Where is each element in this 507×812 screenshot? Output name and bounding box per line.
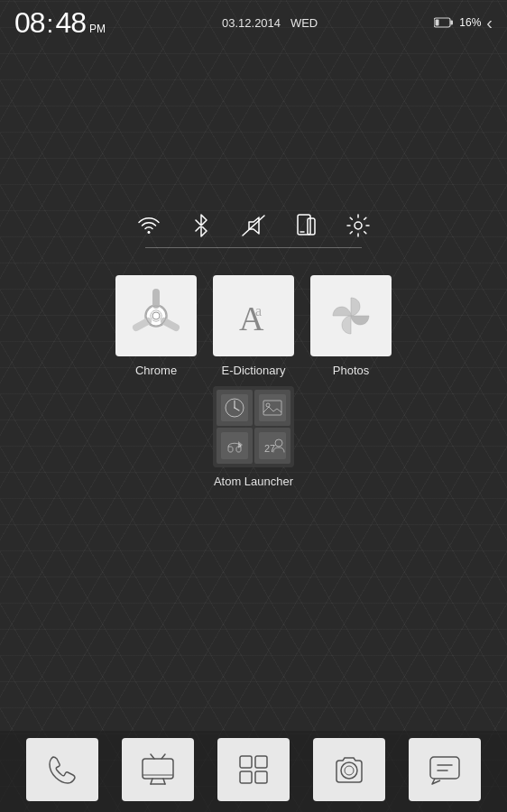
chrome-icon-box — [115, 275, 197, 356]
date-display: 03.12.2014 WED — [222, 16, 318, 30]
back-icon[interactable]: ‹ — [486, 13, 493, 33]
time-ampm: PM — [89, 23, 106, 35]
svg-rect-45 — [430, 757, 459, 779]
apps-grid-icon — [238, 754, 269, 785]
phone-icon — [46, 753, 78, 786]
chrome-icon — [129, 289, 183, 343]
photos-label: Photos — [333, 364, 369, 377]
svg-line-14 — [164, 321, 176, 328]
folder-mini-clock — [217, 390, 253, 426]
dock-tv[interactable] — [122, 738, 194, 801]
svg-rect-27 — [221, 432, 248, 459]
chrome-app[interactable]: Chrome — [115, 275, 197, 377]
app-row-2: 27 Atom Launcher — [54, 386, 453, 488]
folder-icon-box: 27 — [213, 386, 294, 467]
status-right: 16% ‹ — [434, 13, 493, 33]
photos-icon — [324, 289, 378, 343]
time-hour: 08 — [14, 6, 45, 40]
svg-rect-6 — [308, 218, 315, 235]
bottom-dock — [0, 731, 507, 812]
tv-icon — [140, 753, 176, 786]
device-toggle[interactable] — [293, 213, 318, 238]
svg-rect-41 — [240, 771, 252, 783]
settings-toggle[interactable] — [346, 213, 371, 238]
svg-point-44 — [345, 766, 354, 775]
dock-phone[interactable] — [26, 738, 98, 801]
quick-settings-bar — [0, 198, 507, 247]
folder-mini-music — [217, 428, 253, 464]
messages-icon — [428, 754, 462, 785]
svg-line-13 — [136, 321, 148, 328]
edictionary-app[interactable]: A a E-Dictionary — [213, 275, 294, 377]
svg-line-35 — [163, 779, 165, 784]
svg-rect-2 — [436, 20, 439, 26]
photos-icon-box — [310, 275, 392, 356]
battery-icon — [434, 17, 454, 28]
atom-launcher-folder[interactable]: 27 Atom Launcher — [213, 386, 294, 488]
battery-percent: 16% — [459, 16, 481, 29]
edictionary-icon: A a — [226, 289, 281, 343]
folder-mini-image — [254, 390, 290, 426]
svg-point-17 — [152, 312, 160, 319]
dock-messages[interactable] — [409, 738, 481, 801]
edictionary-icon-box: A a — [213, 275, 294, 356]
svg-text:a: a — [255, 303, 262, 318]
svg-line-34 — [151, 779, 152, 784]
svg-point-3 — [148, 231, 151, 234]
svg-rect-42 — [255, 771, 267, 783]
wifi-toggle[interactable] — [136, 213, 161, 238]
atom-launcher-label: Atom Launcher — [214, 475, 293, 488]
svg-rect-1 — [451, 21, 454, 25]
bluetooth-toggle[interactable] — [189, 213, 214, 238]
camera-icon — [332, 754, 366, 785]
app-row-1: Chrome A a E-Dictionary — [54, 275, 453, 377]
dock-apps[interactable] — [217, 738, 290, 801]
mute-toggle[interactable] — [241, 213, 266, 238]
svg-point-8 — [355, 222, 362, 229]
settings-divider — [145, 247, 362, 248]
date-value: 03.12.2014 — [222, 16, 281, 30]
dock-camera[interactable] — [313, 738, 385, 801]
time-colon: : — [47, 10, 54, 39]
status-bar: 08 : 48 PM 03.12.2014 WED 16% ‹ — [0, 0, 507, 45]
svg-rect-39 — [240, 756, 252, 768]
time-minutes: 48 — [55, 6, 86, 40]
folder-mini-person: 27 — [254, 428, 290, 464]
time-display: 08 : 48 PM — [14, 6, 106, 40]
chrome-label: Chrome — [135, 364, 177, 377]
svg-rect-40 — [255, 756, 267, 768]
photos-app[interactable]: Photos — [310, 275, 392, 377]
svg-point-43 — [341, 762, 357, 779]
day-value: WED — [290, 16, 318, 30]
svg-rect-32 — [143, 759, 173, 779]
app-grid: Chrome A a E-Dictionary — [0, 266, 507, 506]
edictionary-label: E-Dictionary — [222, 364, 286, 377]
svg-line-4 — [243, 216, 264, 235]
